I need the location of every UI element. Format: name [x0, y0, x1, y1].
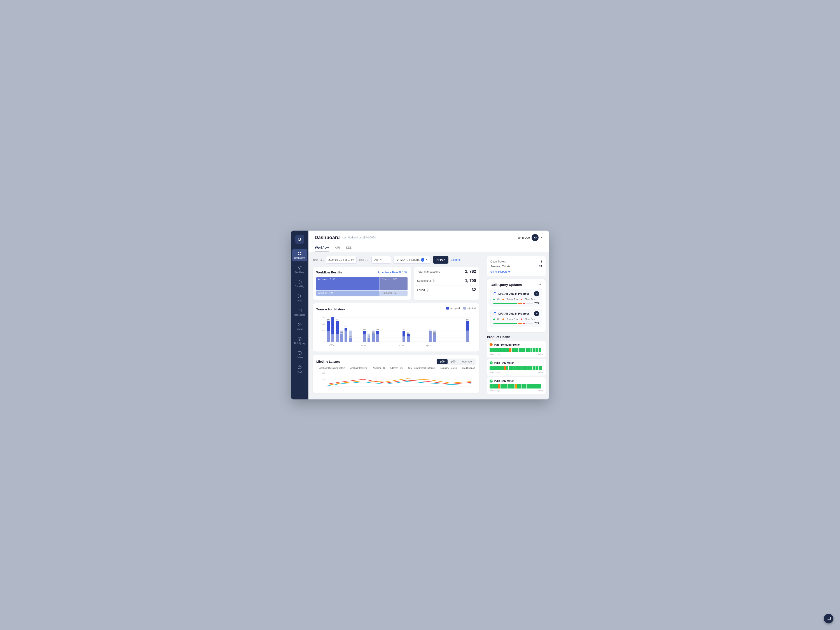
svg-text:234: 234	[407, 332, 410, 334]
svg-text:1000: 1000	[321, 372, 325, 374]
legend-company-search: Company Search	[437, 367, 457, 369]
bulk-query-icon	[297, 336, 302, 341]
bulk-item-2-arrow[interactable]	[534, 311, 539, 316]
go-support-label: Go to Support	[490, 270, 507, 273]
filter-dropdown-icon	[426, 259, 428, 261]
apply-button[interactable]: APPLY	[433, 256, 448, 264]
latency-tab-average[interactable]: Average	[459, 359, 475, 364]
svg-point-20	[300, 368, 300, 368]
calendar-icon	[351, 258, 354, 261]
svg-rect-85	[466, 330, 469, 342]
sidebar-item-workflow[interactable]: Workflow	[292, 263, 307, 276]
svg-rect-45	[336, 334, 339, 342]
sidebar-item-dashboard[interactable]: Dashboard	[292, 249, 307, 261]
arrow-icon	[535, 293, 538, 295]
successful-info-icon[interactable]: i	[432, 279, 435, 283]
svg-text:234: 234	[433, 332, 436, 334]
transaction-history-title: Transaction History	[316, 308, 345, 311]
filters-row: Time Ra... 2024-03-01 ≤ co... Time Gr...…	[313, 256, 479, 264]
bar-chart-svg: 750 500 250 0 640 777	[316, 314, 475, 347]
workflow-icon	[297, 265, 302, 270]
workflow-results-card: Workflow Results Acceptance Rate 99.15% …	[313, 267, 411, 300]
sidebar-item-apis[interactable]: APIs	[292, 292, 307, 304]
bulk-item-1-title: IDFC Alt Data in Progress	[493, 292, 530, 295]
sidebar-item-transaction[interactable]: Transaction	[292, 306, 307, 318]
sidebar-item-capability[interactable]: Capability	[292, 277, 307, 290]
more-filters-button[interactable]: MORE FILTERS 1	[393, 256, 431, 264]
tab-sdk[interactable]: SDK	[346, 244, 353, 252]
stats-card: Total Transactions 1, 762 Successful i 1…	[414, 267, 479, 300]
legend-rejected-label: rejected	[467, 307, 475, 309]
sidebar-item-insights[interactable]: Insights	[292, 320, 307, 333]
warning-icon: !	[489, 343, 493, 346]
bulk-item-2-pct: 78%	[534, 322, 539, 324]
collapse-icon[interactable]	[538, 283, 542, 287]
arrow-icon-2	[535, 313, 538, 315]
treemap-awaiting: Awaiting : 124	[316, 291, 379, 297]
bulk-item-1-arrow[interactable]	[534, 291, 539, 297]
client-error-dot-2	[521, 319, 523, 320]
avatar: JD	[532, 234, 538, 241]
treemap-unknown: Unknown : 83	[380, 291, 407, 297]
svg-rect-75	[407, 336, 410, 342]
chat-fab-button[interactable]	[824, 614, 834, 624]
india-pan-1-bar	[489, 366, 543, 370]
bulk-item-2-title: IDFC Alt Data in Progress	[493, 312, 530, 315]
bulk-item-1-indicators: OK Server Error Client Error	[493, 298, 539, 300]
svg-rect-21	[351, 259, 354, 261]
sidebar-item-demo[interactable]: Demo	[292, 349, 307, 361]
svg-rect-1	[300, 252, 302, 253]
chat-icon	[826, 616, 831, 621]
bulk-item-1-progress: 78%	[493, 302, 539, 305]
legend-rejected: rejected	[463, 307, 475, 309]
health-item-india-pan-1: ✓ India PAN Match	[487, 359, 546, 376]
ok-dot	[493, 298, 495, 300]
bulk-item-2-indicators: OK Server Error Client Error	[493, 318, 539, 321]
go-to-support-link[interactable]: Go to Support	[490, 270, 542, 273]
clear-all-button[interactable]: Clear All	[451, 258, 461, 261]
product-health-title: Product Health	[487, 335, 546, 339]
treemap-rejected: Rejected : 376	[380, 277, 407, 290]
svg-rect-58	[363, 334, 366, 342]
open-tickets-count: 3	[540, 260, 542, 263]
pan-premium-bar	[489, 348, 543, 352]
latency-legend: Aadhaar Digilocker Details Aadhaar Maski…	[316, 367, 475, 369]
insights-icon	[297, 322, 302, 327]
tickets-card: Open Tickets 3 Resolved Tickets 24 Go to…	[487, 256, 546, 276]
time-range-input[interactable]: 2024-03-01 ≤ co...	[326, 256, 356, 264]
tab-workflow[interactable]: Workflow	[314, 244, 329, 252]
sidebar-item-apis-label: APIs	[297, 300, 302, 302]
open-tickets-row: Open Tickets 3	[490, 259, 542, 264]
time-range-label: Time Ra...	[313, 259, 324, 261]
time-group-select[interactable]: Day	[371, 256, 391, 264]
total-transactions-label: Total Transactions	[417, 270, 440, 273]
header: Dashboard Last Updated on 28-01-2024 Joh…	[308, 231, 549, 252]
resolved-tickets-row: Resolved Tickets 24	[490, 264, 542, 269]
successful-value: 1, 700	[465, 278, 476, 283]
svg-text:750: 750	[322, 379, 325, 381]
latency-tab-p90[interactable]: p90	[448, 359, 458, 364]
user-profile[interactable]: John Doe JD	[518, 234, 543, 241]
latency-tab-p99[interactable]: p99	[437, 359, 448, 364]
tab-api[interactable]: API	[335, 244, 340, 252]
apis-icon	[297, 294, 302, 298]
sidebar-item-transaction-label: Transaction	[294, 314, 305, 316]
svg-text:343: 343	[376, 328, 379, 330]
time-group-label: Time Gr...	[359, 259, 369, 261]
legend-aadhaar-qr: Aadhaar QR	[370, 367, 385, 369]
lifetime-latency-card: Lifetime Latency p99 p90 Average Aadhaar…	[313, 355, 479, 393]
chart-legend: accepted rejected	[446, 307, 475, 309]
sidebar-item-demo-label: Demo	[297, 356, 303, 359]
sidebar-item-bulk-query[interactable]: Bulk Query	[292, 334, 307, 347]
svg-rect-2	[298, 254, 300, 255]
main-content: Dashboard Last Updated on 28-01-2024 Joh…	[308, 231, 549, 399]
sidebar-item-faqs[interactable]: FAQs	[292, 363, 307, 375]
bulk-query-header: Bulk Query Updates	[490, 283, 542, 287]
failed-info-icon[interactable]: i	[426, 289, 429, 292]
svg-rect-51	[344, 330, 347, 342]
svg-rect-68	[376, 334, 379, 342]
svg-point-4	[298, 266, 299, 267]
resolved-tickets-count: 24	[539, 265, 542, 268]
stat-total: Total Transactions 1, 762	[414, 267, 479, 276]
sidebar-logo: B	[295, 235, 304, 244]
